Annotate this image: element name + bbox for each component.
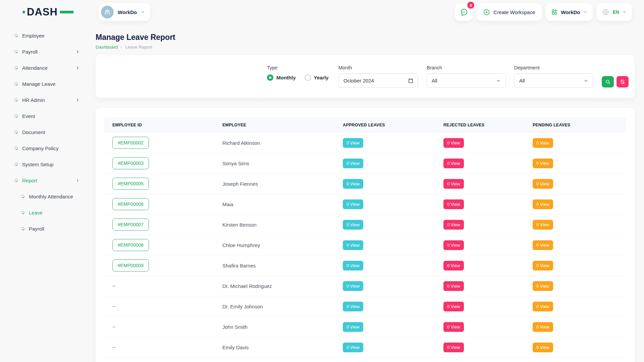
approved-leaves-badge[interactable]: 0 View: [343, 199, 363, 209]
employee-name: Sonya Sims: [214, 161, 334, 166]
month-input[interactable]: [343, 74, 413, 87]
sidebar-item-label: HR Admin: [22, 97, 45, 103]
month-picker[interactable]: [338, 73, 418, 88]
approved-leaves-badge[interactable]: 0 View: [343, 220, 363, 230]
rejected-leaves-badge[interactable]: 0 View: [443, 179, 464, 189]
rejected-leaves-badge[interactable]: 0 View: [443, 199, 464, 209]
bullet-icon: [14, 33, 18, 38]
rejected-leaves-badge[interactable]: 0 View: [443, 159, 464, 168]
approved-leaves-badge[interactable]: 0 View: [343, 240, 363, 250]
approved-leaves-badge[interactable]: 0 View: [343, 179, 363, 189]
pending-leaves-badge[interactable]: 0 View: [533, 179, 553, 189]
rejected-leaves-badge[interactable]: 0 View: [443, 343, 464, 352]
employee-id-empty: --: [112, 324, 115, 329]
breadcrumb: Dashboard › Leave Report: [96, 44, 635, 50]
dash-logo[interactable]: DASH: [22, 6, 87, 18]
sidebar-item-report[interactable]: Report: [0, 172, 87, 188]
bullet-icon: [20, 194, 25, 199]
employee-name: Richard Atkinson: [214, 140, 334, 146]
employee-name: Kirsten Benson: [214, 222, 334, 228]
col-rejected-leaves: REJECTED LEAVES: [435, 123, 524, 127]
sidebar-item-manage-leave[interactable]: Manage Leave: [0, 76, 87, 92]
employee-name: Dr. Emily Johnson: [214, 304, 334, 309]
employee-name: Maia: [214, 201, 334, 207]
pending-leaves-badge[interactable]: 0 View: [533, 240, 553, 250]
chevron-right-icon: [75, 50, 80, 54]
rejected-leaves-badge[interactable]: 0 View: [443, 240, 464, 250]
rejected-leaves-badge[interactable]: 0 View: [443, 138, 464, 148]
type-filter: Type Monthly Yearly: [267, 65, 324, 98]
pending-leaves-badge[interactable]: 0 View: [533, 261, 553, 270]
table-row: #EMP00008 Chloe Humphrey 0 View 0 View 0…: [104, 235, 626, 255]
employee-id-badge[interactable]: #EMP00009: [112, 259, 149, 272]
workspace-switcher[interactable]: WorkDo: [99, 3, 150, 21]
bullet-icon: [14, 162, 18, 167]
chevron-down-icon: [141, 10, 145, 14]
table-row: -- James Brown 0 View 0 View 0 View: [104, 358, 626, 362]
rejected-leaves-badge[interactable]: 0 View: [443, 281, 464, 291]
workdo-dropdown[interactable]: WorkDo: [546, 3, 592, 21]
employee-id-badge[interactable]: #EMP00002: [112, 137, 149, 149]
plus-circle-icon: [483, 9, 490, 16]
rejected-leaves-badge[interactable]: 0 View: [443, 302, 464, 311]
sidebar-item-system-setup[interactable]: System Setup: [0, 156, 87, 172]
bullet-icon: [20, 210, 25, 215]
rejected-leaves-badge[interactable]: 0 View: [443, 220, 464, 230]
sidebar-item-employee[interactable]: Employee: [0, 27, 87, 44]
pending-leaves-badge[interactable]: 0 View: [533, 220, 553, 230]
sidebar-item-company-policy[interactable]: Company Policy: [0, 140, 87, 156]
reset-button[interactable]: [616, 76, 629, 87]
rejected-leaves-badge[interactable]: 0 View: [443, 261, 464, 270]
employee-id-badge[interactable]: #EMP00008: [112, 239, 149, 251]
create-workspace-button[interactable]: Create Workspace: [476, 3, 542, 21]
messages-button[interactable]: 0: [455, 3, 472, 21]
calendar-icon[interactable]: [408, 78, 414, 83]
bullet-icon: [14, 81, 18, 86]
pending-leaves-badge[interactable]: 0 View: [533, 159, 553, 168]
sidebar-item-document[interactable]: Document: [0, 124, 87, 140]
approved-leaves-badge[interactable]: 0 View: [343, 281, 363, 291]
branch-select[interactable]: All: [427, 73, 506, 88]
pending-leaves-badge[interactable]: 0 View: [533, 322, 553, 332]
pending-leaves-badge[interactable]: 0 View: [533, 199, 553, 209]
pending-leaves-badge[interactable]: 0 View: [533, 343, 553, 352]
approved-leaves-badge[interactable]: 0 View: [343, 343, 363, 352]
filter-card: Type Monthly Yearly Month Branch: [96, 55, 635, 98]
approved-leaves-badge[interactable]: 0 View: [343, 138, 363, 148]
employee-id-badge[interactable]: #EMP00006: [112, 198, 149, 210]
type-radio-yearly[interactable]: Yearly: [305, 74, 329, 81]
employee-id-empty: --: [112, 304, 115, 309]
employee-id-badge[interactable]: #EMP00005: [112, 178, 149, 190]
type-radio-monthly[interactable]: Monthly: [267, 74, 296, 81]
employee-id-badge[interactable]: #EMP00007: [112, 219, 149, 231]
department-select[interactable]: All: [514, 73, 593, 88]
language-selector[interactable]: EN: [597, 3, 632, 21]
create-workspace-label: Create Workspace: [493, 9, 535, 15]
pending-leaves-badge[interactable]: 0 View: [533, 302, 553, 311]
sidebar-item-report-payroll[interactable]: Payroll: [0, 221, 87, 237]
breadcrumb-dashboard-link[interactable]: Dashboard: [96, 44, 118, 50]
sidebar-item-payroll[interactable]: Payroll: [0, 44, 87, 60]
approved-leaves-badge[interactable]: 0 View: [343, 302, 363, 311]
table-row: #EMP00006 Maia 0 View 0 View 0 View: [104, 194, 626, 215]
chevron-down-icon: [623, 10, 627, 14]
bullet-icon: [14, 178, 18, 183]
employee-id-badge[interactable]: #EMP00003: [112, 157, 149, 169]
col-approved-leaves: APPROVED LEAVES: [334, 123, 435, 127]
sidebar-item-monthly-attendance[interactable]: Monthly Attendance: [0, 188, 87, 204]
pending-leaves-badge[interactable]: 0 View: [533, 281, 553, 291]
approved-leaves-badge[interactable]: 0 View: [343, 159, 363, 168]
sidebar-item-event[interactable]: Event: [0, 108, 87, 124]
search-button[interactable]: [602, 76, 614, 87]
approved-leaves-badge[interactable]: 0 View: [343, 261, 363, 270]
grid-plus-icon: [551, 9, 558, 15]
approved-leaves-badge[interactable]: 0 View: [343, 322, 363, 332]
sidebar-item-attendance[interactable]: Attendance: [0, 60, 87, 76]
sidebar-item-leave[interactable]: Leave: [0, 204, 87, 221]
rejected-leaves-badge[interactable]: 0 View: [443, 322, 464, 332]
sidebar-item-label: Payroll: [29, 226, 44, 232]
table-row: -- Emily Davis 0 View 0 View 0 View: [104, 337, 626, 358]
pending-leaves-badge[interactable]: 0 View: [533, 138, 553, 148]
sidebar-item-label: System Setup: [22, 162, 53, 167]
sidebar-item-hr-admin[interactable]: HR Admin: [0, 92, 87, 108]
